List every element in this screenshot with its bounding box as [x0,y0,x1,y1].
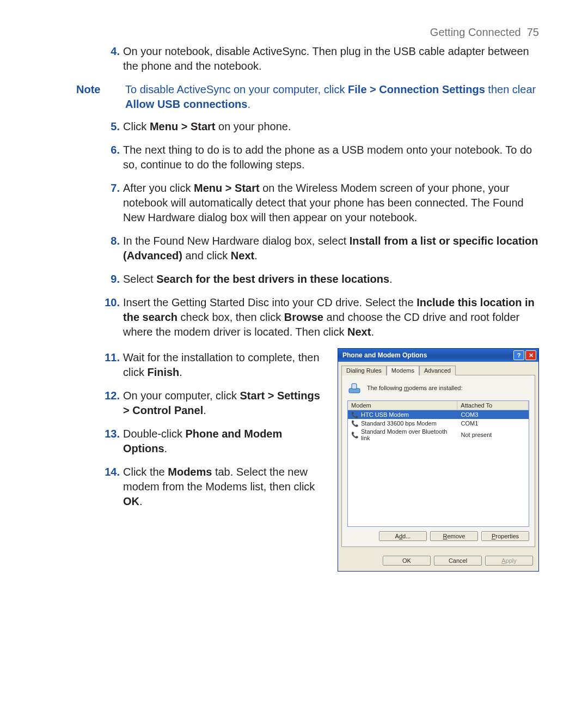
modem-name: Standard Modem over Bluetooth link [361,428,455,441]
tab-modems[interactable]: Modems [387,366,419,375]
listview-header[interactable]: Modem Attached To [348,401,529,410]
modem-port: COM1 [458,419,529,428]
modems-listview[interactable]: Modem Attached To 📞HTC USB Modem COM3 📞S… [347,400,529,527]
step-text: Double-click Phone and Modem Options. [123,427,329,456]
apply-button[interactable]: Apply [485,556,533,566]
col-modem[interactable]: Modem [348,401,457,410]
page-number: 75 [527,26,539,38]
dialog-title: Phone and Modem Options [342,351,427,359]
step-text: Select Search for the best drivers in th… [123,272,539,287]
step-number: 12. [98,388,123,418]
step-9: 9. Select Search for the best drivers in… [49,272,539,287]
phone-modem-dialog: Phone and Modem Options ? ✕ Dialing Rule… [338,348,539,572]
step-number: 11. [98,350,123,380]
step-number: 8. [98,234,123,263]
page-header: Getting Connected 75 [49,26,539,39]
step-14: 14. Click the Modems tab. Select the new… [98,465,329,509]
tab-body: The following modems are installed: Mode… [341,375,535,547]
col-attached-to[interactable]: Attached To [457,401,529,410]
step-text: On your computer, click Start > Settings… [123,388,329,418]
tab-advanced[interactable]: Advanced [419,366,456,375]
step-text: Click the Modems tab. Select the new mod… [123,465,329,509]
step-text: Insert the Getting Started Disc into you… [123,295,539,339]
tab-strip: Dialing Rules Modems Advanced [338,362,538,375]
modem-icon: 📞 [351,420,359,427]
modem-port: COM3 [458,410,529,419]
help-button[interactable]: ? [513,350,524,360]
step-10: 10. Insert the Getting Started Disc into… [49,295,539,339]
tab-dialing-rules[interactable]: Dialing Rules [341,366,387,375]
step-text: Click Menu > Start on your phone. [123,119,539,134]
titlebar[interactable]: Phone and Modem Options ? ✕ [338,349,538,362]
list-item[interactable]: 📞Standard 33600 bps Modem COM1 [348,419,529,428]
step-11: 11. Wait for the installation to complet… [98,350,329,380]
note-text: To disable ActiveSync on your computer, … [125,82,539,112]
add-button[interactable]: Add... [379,531,427,541]
step-text: On your notebook, disable ActiveSync. Th… [123,44,539,74]
svg-point-2 [351,390,352,391]
ok-button[interactable]: OK [383,556,431,566]
properties-button[interactable]: Properties [481,531,529,541]
step-number: 10. [98,295,123,339]
modem-icon: 📞 [351,431,359,439]
modem-name: HTC USB Modem [361,411,409,418]
list-item[interactable]: 📞HTC USB Modem COM3 [348,410,529,419]
step-text: After you click Menu > Start on the Wire… [123,181,539,225]
modem-port: Not present [458,428,529,442]
close-button[interactable]: ✕ [525,350,536,360]
note-label: Note [49,82,125,112]
svg-rect-1 [352,384,357,389]
note: Note To disable ActiveSync on your compu… [49,82,539,112]
step-number: 13. [98,427,123,456]
list-item[interactable]: 📞Standard Modem over Bluetooth link Not … [348,428,529,442]
step-number: 5. [98,119,123,134]
step-7: 7. After you click Menu > Start on the W… [49,181,539,225]
modem-name: Standard 33600 bps Modem [361,420,437,427]
step-text: Wait for the installation to complete, t… [123,350,329,380]
step-12: 12. On your computer, click Start > Sett… [98,388,329,418]
modem-icon: 📞 [351,411,359,418]
modem-icon [347,381,362,395]
section-title: Getting Connected [430,26,521,38]
step-5: 5. Click Menu > Start on your phone. [49,119,539,134]
step-text: The next thing to do is to add the phone… [123,143,539,172]
step-8: 8. In the Found New Hardware dialog box,… [49,234,539,263]
step-number: 4. [98,44,123,74]
info-text: The following modems are installed: [367,385,463,391]
step-number: 7. [98,181,123,225]
cancel-button[interactable]: Cancel [434,556,482,566]
step-13: 13. Double-click Phone and Modem Options… [98,427,329,456]
step-text: In the Found New Hardware dialog box, se… [123,234,539,263]
step-number: 6. [98,143,123,172]
step-number: 14. [98,465,123,509]
step-4: 4. On your notebook, disable ActiveSync.… [49,44,539,74]
step-6: 6. The next thing to do is to add the ph… [49,143,539,172]
step-number: 9. [98,272,123,287]
remove-button[interactable]: Remove [430,531,478,541]
